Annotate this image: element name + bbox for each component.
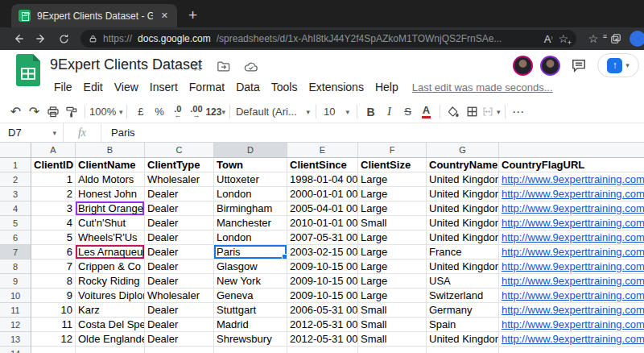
close-tab-icon[interactable]: ✕ [159,10,170,21]
row-header-4[interactable]: 4 [0,201,31,216]
cell-A1[interactable]: ClientID [31,158,76,172]
cell-A10[interactable]: 9 [31,289,76,303]
cell-F8[interactable]: Large [358,260,427,274]
cell-G9[interactable]: USA [427,274,499,289]
cell-H8[interactable]: http://www.9experttraining.com/res [499,260,644,274]
cell-E3[interactable]: 2000-01-01 00:0 [287,187,358,201]
cell-F6[interactable]: Large [358,230,427,245]
cell-D5[interactable]: Manchester [214,216,287,230]
bold-button[interactable]: B [361,103,380,121]
cell-B4[interactable]: Bright Orange [76,201,145,216]
row-header-1[interactable]: 1 [0,158,31,172]
cell-D1[interactable]: Town [214,158,287,172]
cell-F14[interactable] [358,347,427,353]
cell-G8[interactable]: United Kingdom [427,260,499,274]
cell-C13[interactable]: Dealer [145,332,214,347]
column-header-F[interactable]: F [358,143,427,158]
cell-D6[interactable]: London [214,230,287,245]
menu-data[interactable]: Data [230,79,266,95]
cell-G12[interactable]: Spain [427,318,499,332]
cell-B9[interactable]: Rocky Riding [76,274,145,289]
cell-A11[interactable]: 10 [31,303,76,318]
cell-C3[interactable]: Dealer [145,187,214,201]
cell-G5[interactable]: United Kingdom [427,216,499,230]
row-header-10[interactable]: 10 [0,289,31,303]
cell-H10[interactable]: http://www.9experttraining.com/res [499,289,644,303]
browser-profile-avatar[interactable] [630,31,644,47]
menu-tools[interactable]: Tools [266,79,303,95]
cell-D3[interactable]: London [214,187,287,201]
cell-F4[interactable]: Large [358,201,427,216]
cell-D12[interactable]: Madrid [214,318,287,332]
cell-H14[interactable] [499,347,644,353]
menu-insert[interactable]: Insert [144,79,184,95]
text-color-button[interactable]: A [417,103,436,121]
fill-handle[interactable] [282,254,287,259]
cell-E5[interactable]: 2010-01-01 00:0 [287,216,358,230]
menu-file[interactable]: File [48,79,78,95]
add-favorite-icon[interactable]: ☆+ [558,32,568,45]
decrease-decimal-button[interactable]: .0← [168,103,187,121]
cell-A9[interactable]: 8 [31,274,76,289]
cell-A7[interactable]: 6 [31,245,76,260]
cell-C7[interactable]: Dealer [145,245,214,260]
cell-C8[interactable]: Dealer [145,260,214,274]
cell-C10[interactable]: Wholesaler [145,289,214,303]
row-header-3[interactable]: 3 [0,187,31,201]
cell-H1[interactable]: CountryFlagURL [499,158,644,172]
select-all-corner[interactable] [0,143,31,158]
move-folder-icon[interactable] [217,60,230,73]
forward-icon[interactable] [32,30,50,48]
cell-A13[interactable]: 12 [31,332,76,347]
cell-H5[interactable]: http://www.9experttraining.com/res [499,216,644,230]
cell-B7[interactable]: Les Arnaqueurs [76,245,145,260]
read-aloud-icon[interactable]: A⁾ [544,33,553,45]
cell-E1[interactable]: ClientSince [287,158,358,172]
cell-H13[interactable]: http://www.9experttraining.com/res [499,332,644,347]
cell-B3[interactable]: Honest John [76,187,145,201]
row-header-9[interactable]: 9 [0,274,31,289]
cell-F13[interactable]: Small [358,332,427,347]
menu-view[interactable]: View [109,79,144,95]
column-header-B[interactable]: B [76,143,145,158]
cell-B5[interactable]: Cut'n'Shut [76,216,145,230]
cell-B1[interactable]: ClientName [76,158,145,172]
cell-F2[interactable]: Large [358,172,427,187]
cell-B2[interactable]: Aldo Motors [76,172,145,187]
column-header-E[interactable]: E [287,143,358,158]
cell-D7[interactable]: Paris [214,245,287,260]
cell-D11[interactable]: Stuttgart [214,303,287,318]
column-header-H[interactable] [499,143,644,158]
cell-A5[interactable]: 4 [31,216,76,230]
cell-F11[interactable]: Small [358,303,427,318]
name-box[interactable]: D7▾ [0,127,63,139]
cell-A14[interactable] [31,347,76,353]
cell-C12[interactable]: Dealer [145,318,214,332]
more-toolbar-button[interactable]: ⋯ [510,103,528,121]
paint-format-button[interactable] [62,103,80,121]
cell-E11[interactable]: 2006-05-31 00:0 [287,303,358,318]
cell-B8[interactable]: Crippen & Co [76,260,145,274]
cloud-status-icon[interactable] [244,61,258,73]
font-family-menu[interactable]: Default (Ari...▾ [234,103,312,121]
star-icon[interactable]: ☆ [192,59,203,74]
cell-F7[interactable]: Large [358,245,427,260]
cell-H12[interactable]: http://www.9experttraining.com/res [499,318,644,332]
cell-H9[interactable]: http://www.9experttraining.com/res [499,274,644,289]
cell-C9[interactable]: Dealer [145,274,214,289]
cell-C6[interactable]: Dealer [145,230,214,245]
cell-D14[interactable] [214,347,287,353]
cell-F3[interactable]: Large [358,187,427,201]
collections-icon[interactable] [607,30,625,48]
cell-C4[interactable]: Dealer [145,201,214,216]
redo-button[interactable]: ↷ [25,103,43,121]
number-format-menu[interactable]: 123▾ [205,103,225,121]
cell-C2[interactable]: Wholesaler [145,172,214,187]
column-header-C[interactable]: C [145,143,214,158]
cell-C14[interactable] [145,347,214,353]
cell-E2[interactable]: 1998-01-04 00:0 [287,172,358,187]
cell-E9[interactable]: 2009-10-15 00:0 [287,274,358,289]
column-header-G[interactable]: G [427,143,499,158]
format-currency-button[interactable]: £ [131,103,150,121]
document-title[interactable]: 9Expert Clients Dataset [50,56,202,73]
